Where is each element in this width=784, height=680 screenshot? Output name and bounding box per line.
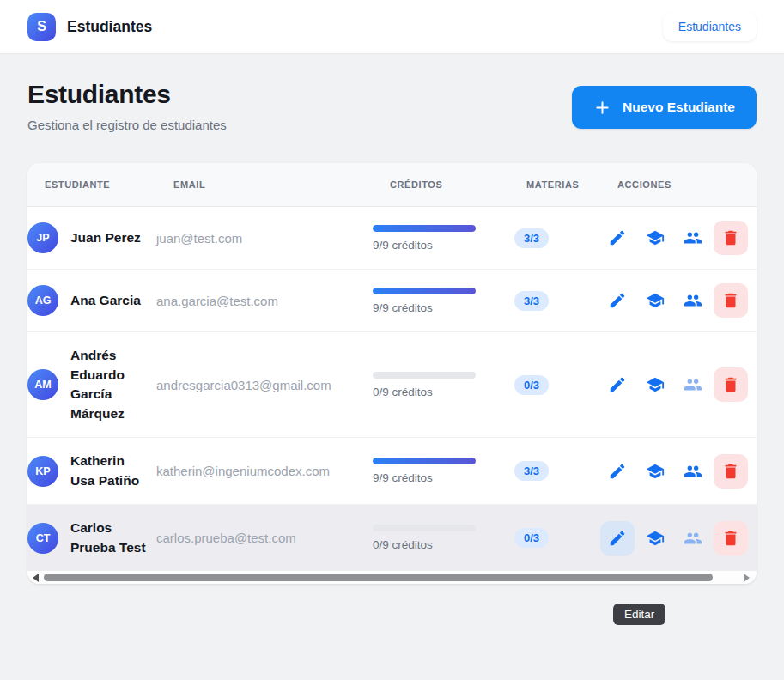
materias-cell: 3/3 xyxy=(509,291,600,311)
progress-fill xyxy=(373,225,476,232)
trash-icon xyxy=(721,228,740,247)
avatar: CT xyxy=(27,523,58,554)
student-cell: AM Andrés Eduardo García Márquez xyxy=(27,346,156,423)
app-logo-s-icon: S xyxy=(27,13,56,41)
materias-cell: 0/3 xyxy=(509,375,600,395)
materias-cell: 3/3 xyxy=(509,228,600,248)
credits-cell: 9/9 créditos xyxy=(373,225,509,252)
materias-badge: 0/3 xyxy=(514,528,549,548)
materias-badge: 0/3 xyxy=(514,375,549,395)
edit-tooltip: Editar xyxy=(613,604,665,625)
credits-progress-bar xyxy=(373,372,476,379)
delete-button[interactable] xyxy=(714,521,748,556)
credits-label: 9/9 créditos xyxy=(373,239,509,252)
student-email: carlos.prueba@test.com xyxy=(156,531,373,545)
table-row: JP Juan Perez juan@test.com 9/9 créditos… xyxy=(27,207,757,269)
delete-button[interactable] xyxy=(714,454,748,489)
new-student-button-label: Nuevo Estudiante xyxy=(623,100,735,115)
student-name: Andrés Eduardo García Márquez xyxy=(70,346,146,423)
avatar: JP xyxy=(27,222,58,253)
students-table: EstudianteEmailCréditosMateriasAcciones … xyxy=(27,163,757,571)
subjects-button[interactable] xyxy=(638,283,672,318)
student-email: ana.garcia@test.com xyxy=(156,294,373,308)
credits-progress-bar xyxy=(373,525,476,531)
column-header: Créditos xyxy=(390,179,526,190)
graduation-cap-icon xyxy=(646,375,665,394)
page-subtitle: Gestiona el registro de estudiantes xyxy=(27,118,227,132)
edit-button[interactable] xyxy=(600,283,635,318)
scroll-right-arrow-icon[interactable] xyxy=(744,574,750,582)
column-header: Materias xyxy=(526,179,617,190)
subjects-button[interactable] xyxy=(638,454,672,489)
graduation-cap-icon xyxy=(646,228,665,247)
materias-badge: 3/3 xyxy=(514,228,549,248)
trash-icon xyxy=(721,291,740,310)
assign-groups-button[interactable] xyxy=(676,454,710,489)
delete-button[interactable] xyxy=(714,221,748,255)
assign-groups-button[interactable] xyxy=(676,521,710,556)
edit-button[interactable] xyxy=(600,521,635,556)
graduation-cap-icon xyxy=(646,291,665,310)
materias-cell: 3/3 xyxy=(509,461,600,481)
delete-button[interactable] xyxy=(714,367,748,402)
people-icon xyxy=(684,291,702,310)
student-name: Katherin Usa Patiño xyxy=(70,452,146,490)
credits-progress-bar xyxy=(373,458,476,464)
nav-link-estudiantes[interactable]: Estudiantes xyxy=(663,12,757,41)
column-header: Email xyxy=(173,179,390,190)
credits-cell: 9/9 créditos xyxy=(373,458,509,484)
edit-button[interactable] xyxy=(600,367,635,402)
progress-fill xyxy=(373,288,476,294)
table-body: JP Juan Perez juan@test.com 9/9 créditos… xyxy=(27,207,757,571)
credits-cell: 0/9 créditos xyxy=(373,525,509,551)
materias-cell: 0/3 xyxy=(509,528,600,548)
edit-button[interactable] xyxy=(600,454,635,489)
subjects-button[interactable] xyxy=(638,221,672,255)
app-title: Estudiantes xyxy=(67,18,152,36)
table-row: KP Katherin Usa Patiño katherin@ingenium… xyxy=(27,437,757,504)
student-name: Carlos Prueba Test xyxy=(70,519,146,557)
actions-cell xyxy=(600,221,757,255)
assign-groups-button[interactable] xyxy=(676,283,710,318)
pencil-icon xyxy=(608,462,627,481)
table-row: CT Carlos Prueba Test carlos.prueba@test… xyxy=(27,504,757,571)
horizontal-scrollbar[interactable] xyxy=(27,571,757,584)
page-title: Estudiantes xyxy=(27,80,227,109)
pencil-icon xyxy=(608,529,627,548)
scrollbar-thumb[interactable] xyxy=(44,574,713,581)
new-student-button[interactable]: Nuevo Estudiante xyxy=(572,86,757,129)
assign-groups-button[interactable] xyxy=(676,367,710,402)
edit-button[interactable] xyxy=(600,221,635,255)
main-content: Estudiantes Gestiona el registro de estu… xyxy=(0,80,784,584)
top-bar: S Estudiantes Estudiantes xyxy=(0,0,784,54)
student-cell: JP Juan Perez xyxy=(27,222,156,253)
actions-cell xyxy=(600,454,757,489)
scroll-left-arrow-icon[interactable] xyxy=(33,574,39,582)
subjects-button[interactable] xyxy=(638,521,672,556)
actions-cell xyxy=(600,283,757,318)
people-icon xyxy=(684,462,702,481)
credits-cell: 0/9 créditos xyxy=(373,372,509,398)
student-email: katherin@ingeniumcodex.com xyxy=(156,464,373,478)
actions-cell xyxy=(600,521,757,556)
credits-progress-bar xyxy=(373,288,476,294)
plus-icon xyxy=(593,99,611,117)
credits-label: 9/9 créditos xyxy=(373,301,509,314)
materias-badge: 3/3 xyxy=(514,291,549,311)
materias-badge: 3/3 xyxy=(514,461,549,481)
column-header: Estudiante xyxy=(45,179,173,190)
trash-icon xyxy=(721,375,740,394)
page-head: Estudiantes Gestiona el registro de estu… xyxy=(27,80,757,132)
avatar: KP xyxy=(27,456,58,487)
trash-icon xyxy=(721,462,740,481)
avatar: AG xyxy=(27,285,58,316)
people-icon xyxy=(684,228,702,247)
delete-button[interactable] xyxy=(714,283,748,318)
credits-label: 9/9 créditos xyxy=(373,471,509,484)
progress-fill xyxy=(373,458,476,464)
subjects-button[interactable] xyxy=(638,367,672,402)
student-cell: KP Katherin Usa Patiño xyxy=(27,452,156,490)
students-table-card: EstudianteEmailCréditosMateriasAcciones … xyxy=(27,163,757,584)
credits-progress-bar xyxy=(373,225,476,232)
assign-groups-button[interactable] xyxy=(676,221,710,255)
